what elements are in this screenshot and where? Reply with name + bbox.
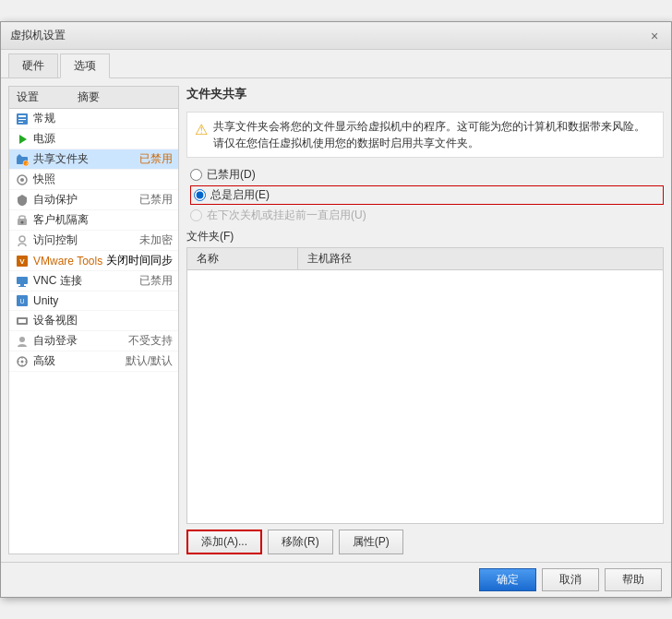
settings-item-snapshot[interactable]: 快照 (9, 170, 178, 190)
advanced-label: 高级 (33, 353, 126, 369)
advanced-icon (15, 354, 30, 369)
shared-folder-label: 共享文件夹 (33, 151, 139, 167)
title-bar: 虚拟机设置 × (1, 22, 671, 50)
general-icon (15, 112, 30, 126)
remove-button[interactable]: 移除(R) (268, 530, 333, 554)
bottom-bar: 确定 取消 帮助 (1, 562, 671, 597)
svg-point-9 (20, 178, 24, 182)
action-buttons: 添加(A)... 移除(R) 属性(P) (186, 530, 664, 554)
autologin-icon (15, 334, 30, 349)
autoprotect-value: 已禁用 (139, 192, 173, 208)
svg-point-24 (21, 360, 24, 363)
power-label: 电源 (33, 131, 173, 147)
radio-until-poweroff-text: 在下次关机或挂起前一直启用(U) (207, 208, 366, 223)
vnc-icon (15, 274, 30, 289)
file-section: 文件夹(F) 名称 主机路径 添加(A)... 移除(R) 属性(P) (186, 229, 664, 554)
access-value: 未加密 (139, 232, 173, 248)
header-settings: 设置 (9, 87, 70, 108)
properties-button[interactable]: 属性(P) (339, 530, 403, 554)
main-content: 设置 摘要 常规 电源 (1, 78, 671, 562)
radio-until-poweroff-label: 在下次关机或挂起前一直启用(U) (190, 208, 664, 223)
svg-text:U: U (19, 298, 24, 304)
tab-options[interactable]: 选项 (60, 54, 110, 78)
isolation-label: 客户机隔离 (33, 212, 173, 228)
settings-list: 常规 电源 ↗ 共享文件夹 已禁用 (9, 109, 178, 372)
power-icon (15, 132, 30, 147)
svg-marker-4 (19, 135, 27, 144)
warning-icon: ⚠ (195, 119, 208, 151)
svg-rect-16 (20, 284, 24, 286)
settings-item-shared-folder[interactable]: ↗ 共享文件夹 已禁用 (9, 149, 178, 170)
svg-rect-1 (18, 115, 26, 117)
svg-rect-15 (17, 277, 28, 284)
title-bar-text: 虚拟机设置 (10, 28, 66, 43)
shared-folder-value: 已禁用 (139, 151, 173, 167)
tab-hardware[interactable]: 硬件 (8, 54, 58, 77)
radio-always-label[interactable]: 总是启用(E) (190, 185, 664, 205)
svg-rect-2 (18, 119, 26, 120)
file-table-header-name: 名称 (187, 248, 298, 269)
vmwaretools-value: 关闭时间同步 (106, 253, 173, 268)
left-panel-header: 设置 摘要 (9, 87, 178, 109)
shared-folder-icon: ↗ (15, 152, 30, 167)
tabs-bar: 硬件 选项 (1, 50, 671, 78)
header-summary: 摘要 (70, 87, 178, 108)
svg-point-12 (19, 236, 25, 242)
svg-rect-21 (18, 319, 26, 323)
file-table-header: 名称 主机路径 (187, 248, 663, 270)
sharing-radio-group: 已禁用(D) 总是启用(E) 在下次关机或挂起前一直启用(U) (186, 167, 664, 223)
settings-item-device[interactable]: 设备视图 (9, 311, 178, 331)
snapshot-icon (15, 173, 30, 187)
warning-box: ⚠ 共享文件夹会将您的文件显示给虚拟机中的程序。这可能为您的计算机和数据带来风险… (186, 112, 664, 158)
unity-icon: U (15, 293, 30, 308)
cancel-button[interactable]: 取消 (542, 568, 599, 591)
virtual-machine-settings-window: 虚拟机设置 × 硬件 选项 设置 摘要 常规 (0, 21, 672, 598)
svg-rect-17 (18, 286, 26, 287)
settings-item-access[interactable]: 访问控制 未加密 (9, 231, 178, 251)
unity-label: Unity (33, 294, 173, 307)
file-sharing-title: 文件夹共享 (186, 86, 664, 102)
radio-disabled-label[interactable]: 已禁用(D) (190, 167, 664, 183)
device-label: 设备视图 (33, 313, 173, 328)
svg-text:↗: ↗ (25, 161, 28, 165)
vmwaretools-icon: V (15, 254, 30, 268)
settings-item-autologin[interactable]: 自动登录 不受支持 (9, 331, 178, 351)
settings-item-vnc[interactable]: VNC 连接 已禁用 (9, 271, 178, 292)
vnc-value: 已禁用 (139, 273, 173, 289)
file-table-header-path: 主机路径 (298, 248, 663, 269)
right-panel: 文件夹共享 ⚠ 共享文件夹会将您的文件显示给虚拟机中的程序。这可能为您的计算机和… (186, 86, 664, 554)
autologin-label: 自动登录 (33, 333, 128, 349)
svg-rect-3 (18, 122, 23, 123)
vnc-label: VNC 连接 (33, 273, 139, 289)
settings-item-vmwaretools[interactable]: V VMware Tools 关闭时间同步 (9, 251, 178, 271)
svg-point-11 (21, 220, 24, 223)
radio-disabled[interactable] (190, 169, 202, 181)
svg-point-22 (19, 337, 25, 342)
autoprotect-icon (15, 193, 30, 208)
radio-disabled-text: 已禁用(D) (207, 167, 256, 183)
autoprotect-label: 自动保护 (33, 192, 139, 208)
autologin-value: 不受支持 (128, 333, 173, 349)
settings-item-unity[interactable]: U Unity (9, 292, 178, 311)
warning-text: 共享文件夹会将您的文件显示给虚拟机中的程序。这可能为您的计算机和数据带来风险。请… (213, 118, 655, 151)
file-table-body (187, 270, 663, 510)
radio-always-text: 总是启用(E) (210, 187, 270, 203)
radio-until-poweroff (190, 209, 202, 221)
help-button[interactable]: 帮助 (605, 568, 662, 591)
add-button[interactable]: 添加(A)... (186, 530, 262, 554)
isolation-icon (15, 213, 30, 228)
vmwaretools-label: VMware Tools (33, 255, 106, 268)
settings-item-autoprotect[interactable]: 自动保护 已禁用 (9, 190, 178, 210)
settings-item-general[interactable]: 常规 (9, 109, 178, 129)
file-table: 名称 主机路径 (186, 247, 664, 524)
radio-always[interactable] (194, 189, 206, 201)
access-label: 访问控制 (33, 232, 139, 248)
settings-item-advanced[interactable]: 高级 默认/默认 (9, 351, 178, 372)
settings-item-power[interactable]: 电源 (9, 129, 178, 149)
device-icon (15, 314, 30, 328)
advanced-value: 默认/默认 (126, 353, 173, 369)
settings-item-isolation[interactable]: 客户机隔离 (9, 210, 178, 231)
close-button[interactable]: × (647, 29, 662, 43)
confirm-button[interactable]: 确定 (479, 568, 536, 591)
access-icon (15, 233, 30, 248)
